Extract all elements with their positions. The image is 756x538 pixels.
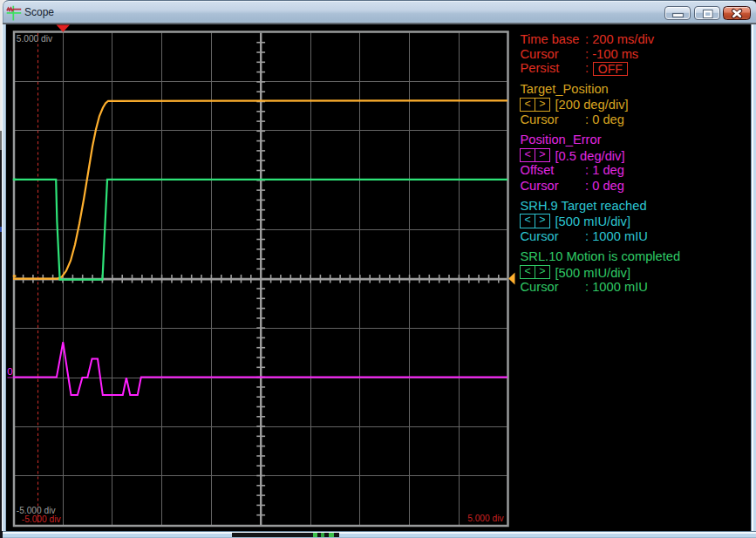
svg-text:5.000 div: 5.000 div — [17, 34, 53, 44]
svg-text:-5.000 div: -5.000 div — [17, 506, 57, 515]
svg-text:5.000 div: 5.000 div — [467, 514, 504, 523]
svg-text:0: 0 — [7, 366, 12, 377]
svg-text:-5.000 div: -5.000 div — [22, 514, 62, 524]
